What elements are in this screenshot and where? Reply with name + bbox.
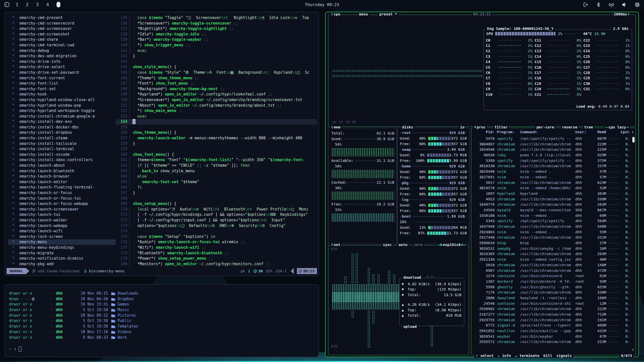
code-line[interactable]: 164 else xyxy=(116,174,317,179)
process-row[interactable]: 3004667chromium/usr/lib/chromium/chromdh… xyxy=(473,142,629,147)
filter-button[interactable]: filter xyxy=(493,125,509,129)
proc-footer-action[interactable]: ↵ terminate xyxy=(515,354,539,358)
process-row[interactable]: 1274containe/usr/bin/containerdroot61M0.… xyxy=(473,273,629,279)
workspace-2[interactable]: 2 xyxy=(26,2,28,7)
process-row[interactable]: 1649776chromium/usr/lib/chromium/chromdh… xyxy=(473,202,629,207)
code-line[interactable]: 180 *Monitors*) open_in_editor ~/.config… xyxy=(116,261,317,266)
disks-box-title[interactable]: disks xyxy=(401,125,415,129)
file-item[interactable]: *omarchy-lock-screen xyxy=(8,234,116,240)
file-item[interactable]: *omarchy-launch-or-focus xyxy=(8,190,116,196)
file-item[interactable]: *omarchy-drive-info xyxy=(8,59,116,65)
per-core-button[interactable]: per-core xyxy=(535,125,556,129)
file-item[interactable]: *omarchy-launch-or-focus-tui xyxy=(8,196,116,201)
proc-footer[interactable]: ↑ select↓ info↵ terminateKillsignals xyxy=(474,354,573,358)
file-item[interactable]: *omarchy-cmd-share xyxy=(8,37,116,43)
file-item[interactable]: *omarchy-launch-webapp xyxy=(8,223,116,229)
zero-button[interactable]: zero xyxy=(413,243,424,247)
file-item[interactable]: *omarchy-install-chromium-google-a xyxy=(8,114,116,119)
file-item[interactable]: *omarchy-launch-floating-terminal- xyxy=(8,185,116,190)
file-item[interactable]: *omarchy-debug xyxy=(8,48,116,54)
file-item[interactable]: *omarchy-launch-bluetooth xyxy=(8,168,116,174)
menu-button[interactable]: menu xyxy=(358,12,369,16)
file-item[interactable]: *omarchy-hyprland-workspace-toggle xyxy=(8,108,116,114)
process-row[interactable]: 2921330nvimnvim --embed config.jsodhh46M… xyxy=(473,257,629,262)
scroll-down-arrow[interactable]: ↓ xyxy=(632,347,634,351)
code-line[interactable]: 172 [ -f ~/.config/hypr/input.conf ] && … xyxy=(116,218,317,223)
code-line[interactable]: 144show_style_menu() { xyxy=(116,64,317,70)
code-line[interactable]: 135 case $(menu "Toggle" "◫ Screensaver\… xyxy=(116,15,317,21)
code-line[interactable]: 171 [ -f ~/.config/hypr/bindings.conf ] … xyxy=(116,212,317,218)
file-item[interactable]: *omarchy-drive-select xyxy=(8,64,116,70)
code-line[interactable]: 141 esac xyxy=(116,48,317,54)
process-row[interactable]: 6907chromium/usr/lib/chromium/chromdhh47… xyxy=(473,268,629,274)
code-line[interactable]: 143 xyxy=(116,59,317,65)
code-line[interactable]: 152 *) show_main_menu ;; xyxy=(116,108,317,114)
process-row[interactable]: 2929755chromium/usr/lib/chromium/chromdh… xyxy=(473,317,629,323)
code-line[interactable]: 150 *Screensaver*) open_in_editor ~/.con… xyxy=(116,97,317,103)
process-row[interactable]: 1897HyprlandHyprlanddhh363M0.0 xyxy=(473,191,629,197)
update-interval[interactable]: -2000ms + xyxy=(610,12,631,16)
file-item[interactable]: *omarchy-launch-screensaver xyxy=(8,207,116,212)
code-line[interactable]: 140 *) show_trigger_menu ;; xyxy=(116,43,317,48)
proc-footer-action[interactable]: Kill xyxy=(543,354,552,358)
code-line[interactable]: 179 *Power*) show_setup_power_menu ;; xyxy=(116,256,317,261)
file-item[interactable]: *omarchy-pkg-add xyxy=(8,261,116,266)
process-row[interactable]: 1930108nvimnvim --embed .dhh69M0.0 xyxy=(473,213,629,219)
process-row[interactable]: 3026531swaybg/usr/bin/swaybg -i /homdhh1… xyxy=(473,246,629,252)
workspace-1[interactable]: 1 xyxy=(16,2,18,7)
process-row[interactable]: 5998ghostty/usr/bin/ghostty --gtk-dhh655… xyxy=(473,284,629,290)
process-row[interactable]: 1654946chromium/usr/lib/chromium/chromdh… xyxy=(473,147,629,153)
net-interface[interactable]: ←b enp191s0 n→ xyxy=(437,243,467,247)
process-row[interactable]: 98930rubypuma 7.1.0 (tcp://localdhh929M0… xyxy=(473,153,629,158)
code-line[interactable]: 145 case $(menu "Style" "❂ Theme\nA Font… xyxy=(116,70,317,75)
code-line[interactable]: 138 *Idle*) omarchy-toggle-idle ;; xyxy=(116,32,317,37)
file-item[interactable]: *omarchy-cmd-screenrecord xyxy=(8,21,116,26)
omarchy-logo-icon[interactable] xyxy=(4,2,10,7)
file-item[interactable]: *omarchy-menu-keybindings xyxy=(8,245,116,251)
file-item[interactable]: *omarchy-cmd-present xyxy=(8,15,116,21)
code-line[interactable]: 174 xyxy=(116,228,317,234)
process-row[interactable]: 2941052nautilus/usr/bin/nautilus --gapdh… xyxy=(473,328,629,334)
code-line[interactable]: 146 *Theme*) show_theme_menu ;; xyxy=(116,75,317,81)
code-line[interactable]: 151 *About*) open_in_editor ~/.config/om… xyxy=(116,103,317,108)
file-item[interactable]: *omarchy-font-list xyxy=(8,81,116,86)
file-item[interactable]: *omarchy-dev-add-migration xyxy=(8,53,116,59)
file-item[interactable]: *omarchy-install-dev-env xyxy=(8,119,116,125)
file-item[interactable]: *omarchy-hyprland-window-pop xyxy=(8,103,116,108)
file-item[interactable]: *omarchy-launch-editor xyxy=(8,179,116,185)
process-row[interactable]: 2006XwaylandXwayland :1 -rootless -dhh16… xyxy=(473,295,629,301)
code-line[interactable]: 168 xyxy=(116,196,317,201)
code-line[interactable]: 155 xyxy=(116,125,317,130)
process-row[interactable]: 3024578nvimnvim --embed /home/dhh/dhh52M… xyxy=(473,185,629,191)
process-row[interactable]: 2999634btopbtopdhh27M0.0 xyxy=(473,240,629,246)
proc-box-title[interactable]: 4proc xyxy=(473,125,487,129)
file-item[interactable]: *omarchy-launch-walker xyxy=(8,218,116,223)
workspace-switcher[interactable]: 1234 xyxy=(16,2,60,7)
logout-icon[interactable] xyxy=(583,2,588,7)
code-line[interactable]: 178 *Bluetooth*) omarchy-launch-bluetoot… xyxy=(116,251,317,256)
file-item[interactable]: *omarchy-font-current xyxy=(8,75,116,81)
code-line[interactable]: 159 xyxy=(116,146,317,152)
volume-icon[interactable] xyxy=(622,2,627,7)
file-item[interactable]: *omarchy-install-docker-dbs xyxy=(8,125,116,130)
process-row[interactable]: 1647940chromium/usr/lib/chromium/chromdh… xyxy=(473,224,629,230)
file-item[interactable]: *omarchy-install-tailscale xyxy=(8,141,116,147)
file-item[interactable]: *omarchy-launch-or-focus-webapp xyxy=(8,201,116,207)
file-item[interactable]: *omarchy-migrate xyxy=(8,251,116,256)
process-row[interactable]: 1307dockerd/usr/bin/dockerd -H fd:root93… xyxy=(473,279,629,284)
file-item[interactable]: *omarchy-install-xbox-controllers xyxy=(8,157,116,163)
process-row[interactable]: 3027691nvimnvim --embed .dhh57M0.0 xyxy=(473,175,629,180)
net-box-title[interactable]: 3net xyxy=(330,243,342,247)
reverse-button[interactable]: reverse xyxy=(561,125,579,129)
file-item[interactable]: *omarchy-cmd-screenshot xyxy=(8,32,116,37)
sort-selector[interactable]: ← cpu lazy → xyxy=(604,125,630,129)
code-line[interactable]: 175 case $(menu "Setup" "$options") in xyxy=(116,234,317,240)
code-line[interactable]: 137 *Nightlight*) omarchy-toggle-nightli… xyxy=(116,26,317,32)
file-item[interactable]: *omarchy-cmd-screensaver xyxy=(8,26,116,32)
process-table-header[interactable]: Pid: Program:Command:User:MemBCpu% ↑ xyxy=(473,130,629,134)
code-line[interactable]: 158} xyxy=(116,141,317,147)
code-line[interactable]: 136 *Screensaver*) omarchy-toggle-screen… xyxy=(116,21,317,26)
code-line[interactable]: 156show_theme_menu() { xyxy=(116,130,317,136)
file-item[interactable]: *omarchy-install-vscode xyxy=(8,152,116,158)
process-row[interactable]: 5470spotify/opt/spotify/spotify --dhh607… xyxy=(473,136,629,142)
